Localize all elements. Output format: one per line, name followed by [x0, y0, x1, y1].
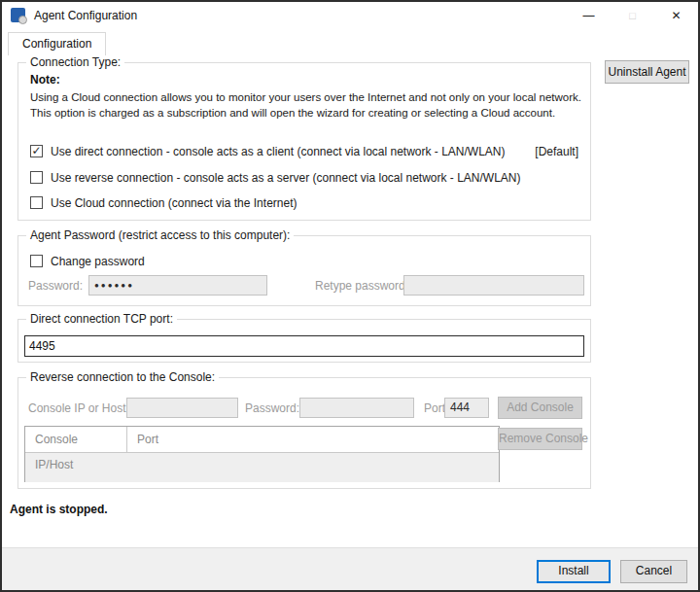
console-table-header: Console IP/Host Port	[25, 427, 499, 453]
retype-password-field	[403, 275, 584, 296]
cancel-button[interactable]: Cancel	[620, 560, 687, 583]
retype-password-label: Retype password:	[315, 279, 408, 293]
console-ip-label: Console IP or Host:	[28, 401, 129, 415]
option-reverse-connection[interactable]: Use reverse connection - console acts as…	[30, 169, 578, 186]
connection-type-group: Connection Type: Note: Using a Cloud con…	[18, 62, 591, 221]
tab-configuration[interactable]: Configuration	[8, 32, 106, 55]
maximize-icon: □	[611, 2, 654, 29]
agent-password-group-label: Agent Password (restrict access to this …	[26, 228, 294, 242]
note-text: Using a Cloud connection allows you to m…	[30, 89, 584, 121]
title-bar: Agent Configuration — □ ✕	[2, 2, 698, 29]
reverse-connection-group-label: Reverse connection to the Console:	[26, 370, 219, 384]
app-icon	[11, 8, 25, 22]
add-console-button: Add Console	[498, 397, 582, 419]
remove-console-button: Remove Console	[498, 428, 582, 450]
console-table-body	[25, 453, 499, 482]
reverse-connection-label: Use reverse connection - console acts as…	[51, 171, 521, 185]
console-table[interactable]: Console IP/Host Port	[24, 426, 500, 482]
uninstall-agent-button[interactable]: Uninstall Agent	[605, 60, 689, 84]
console-password-label: Password:	[245, 401, 299, 415]
window-title: Agent Configuration	[34, 2, 137, 29]
change-password-checkbox[interactable]	[30, 255, 43, 267]
agent-configuration-window: Agent Configuration — □ ✕ Configuration …	[0, 0, 700, 592]
password-label: Password:	[28, 279, 83, 293]
note-title: Note:	[30, 73, 60, 87]
window-controls: — □ ✕	[567, 2, 698, 29]
minimize-icon[interactable]: —	[567, 2, 611, 29]
tcp-port-group: Direct connection TCP port: 4495	[18, 319, 591, 363]
tab-strip: Configuration	[2, 29, 698, 55]
option-direct-connection[interactable]: ✓ Use direct connection - console acts a…	[30, 143, 578, 159]
direct-connection-checkbox[interactable]: ✓	[30, 145, 43, 157]
console-table-col-ip-host: Console IP/Host	[25, 427, 127, 452]
tcp-port-group-label: Direct connection TCP port:	[26, 312, 177, 326]
close-icon[interactable]: ✕	[654, 2, 698, 29]
connection-type-group-label: Connection Type:	[26, 55, 124, 69]
direct-connection-label: Use direct connection - console acts as …	[51, 145, 506, 158]
reverse-connection-group: Reverse connection to the Console: Conso…	[18, 377, 591, 489]
console-password-field	[299, 398, 414, 418]
cloud-connection-checkbox[interactable]	[30, 196, 43, 209]
tab-configuration-label: Configuration	[22, 37, 91, 51]
password-field: ●●●●●●	[88, 275, 267, 296]
install-button[interactable]: Install	[537, 560, 611, 583]
option-cloud-connection[interactable]: Use Cloud connection (connect via the In…	[30, 194, 578, 211]
tcp-port-field[interactable]: 4495	[24, 335, 584, 357]
agent-status-text: Agent is stopped.	[10, 503, 108, 516]
change-password-label: Change password	[51, 255, 145, 268]
console-table-col-port: Port	[127, 427, 168, 452]
cloud-connection-label: Use Cloud connection (connect via the In…	[51, 196, 297, 210]
agent-password-group: Agent Password (restrict access to this …	[18, 235, 591, 306]
reverse-connection-checkbox[interactable]	[30, 171, 43, 184]
default-tag: [Default]	[535, 145, 578, 158]
console-port-field: 444	[444, 398, 489, 418]
change-password-option[interactable]: Change password	[30, 253, 145, 269]
clock-icon	[18, 16, 27, 24]
console-ip-field	[126, 398, 238, 418]
